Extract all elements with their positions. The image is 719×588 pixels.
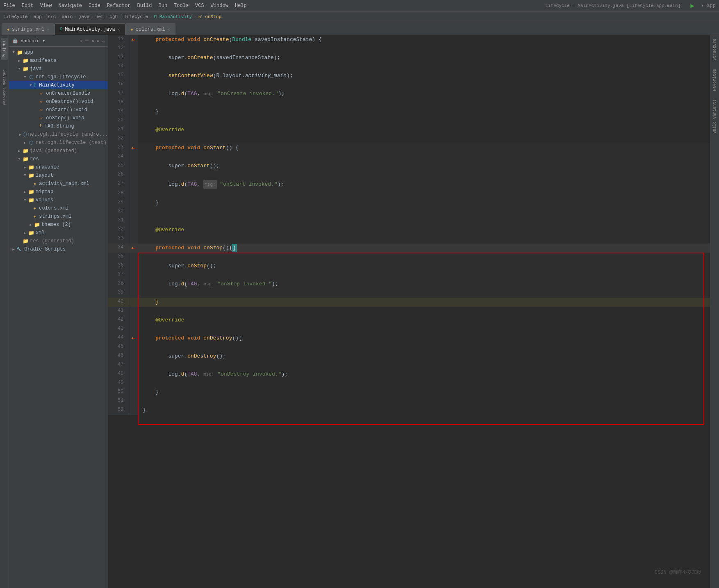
- code-row-19: 19 }: [108, 107, 710, 116]
- tree-item-strings[interactable]: ◈ strings.xml: [9, 212, 108, 221]
- line-number: 14: [108, 62, 129, 71]
- tree-item-colors[interactable]: ◈ colors.xml: [9, 204, 108, 212]
- line-number: 11: [108, 35, 129, 44]
- tree-item-activity-main[interactable]: ◈ activity_main.xml: [9, 180, 108, 188]
- tree-item-oncreate[interactable]: ㎡ onCreate(Bundle: [9, 89, 108, 98]
- tree-item-values[interactable]: ▼ 📁 values: [9, 196, 108, 204]
- tree-label: net.cgh.lifecycle (test): [36, 140, 107, 146]
- tree-item-android-test[interactable]: ▶ ⬡ net.cgh.lifecycle (andro...: [9, 130, 108, 139]
- code-row-41: 41: [108, 307, 710, 316]
- gutter: [129, 406, 138, 415]
- code-table: 11 ▲● protected void onCreate ( Bundle: [108, 35, 710, 415]
- tab-strings-xml[interactable]: ◈ strings.xml ✕: [2, 23, 55, 35]
- bc-cgh[interactable]: cgh: [109, 14, 118, 19]
- watermark: CSDN @咖啡不要加糖: [655, 569, 702, 576]
- tree-item-mipmap[interactable]: ▶ 📁 mipmap: [9, 188, 108, 196]
- tree-item-drawable[interactable]: ▶ 📁 drawable: [9, 163, 108, 171]
- bc-main[interactable]: main: [62, 14, 73, 19]
- no-arrow: [34, 91, 39, 96]
- menu-file[interactable]: File: [3, 3, 15, 9]
- gear-icon[interactable]: ⚙: [97, 38, 100, 43]
- menu-navigate[interactable]: Navigate: [58, 3, 82, 9]
- gutter: [129, 289, 138, 298]
- line-number: 47: [108, 361, 129, 370]
- tree-item-layout[interactable]: ▼ 📁 layout: [9, 171, 108, 180]
- tab-mainactivity-java[interactable]: © MainActivity.java ✕: [55, 23, 125, 35]
- line-number: 42: [108, 316, 129, 325]
- bc-java[interactable]: java: [79, 14, 89, 19]
- bc-lifecycle2[interactable]: lifecycle: [124, 14, 148, 19]
- structure-tab[interactable]: Structure: [712, 39, 717, 61]
- menu-edit[interactable]: Edit: [22, 3, 34, 9]
- build-variants-tab[interactable]: Build Variants: [712, 99, 717, 134]
- menu-run[interactable]: Run: [158, 3, 167, 9]
- menu-tools[interactable]: Tools: [174, 3, 189, 9]
- tree-item-tag[interactable]: f TAG:String: [9, 122, 108, 130]
- line-number: 41: [108, 307, 129, 316]
- gutter: [129, 325, 138, 334]
- expand-arrow: ▼: [22, 198, 28, 202]
- tree-item-manifests[interactable]: ▶ 📁 manifests: [9, 57, 108, 65]
- close-icon[interactable]: ✕: [168, 27, 170, 32]
- tree-label: app: [24, 50, 33, 55]
- tree-item-app[interactable]: ▼ 📁 app: [9, 48, 108, 57]
- no-arrow: [34, 124, 39, 128]
- bc-app[interactable]: app: [34, 14, 42, 19]
- tab-label: colors.xml: [136, 27, 165, 32]
- tree-item-package[interactable]: ▼ ⬡ net.cgh.lifecycle: [9, 73, 108, 81]
- project-tab[interactable]: Project: [1, 38, 8, 60]
- code-row-31: 31: [108, 217, 710, 226]
- code-container[interactable]: 11 ▲● protected void onCreate ( Bundle: [108, 35, 710, 588]
- globe-icon[interactable]: ⊕: [80, 38, 83, 43]
- code-row-42: 42 @Override: [108, 316, 710, 325]
- tree-item-res-generated[interactable]: 📁 res (generated): [9, 237, 108, 245]
- run-icon[interactable]: ▶: [690, 2, 694, 10]
- bc-net[interactable]: net: [96, 14, 104, 19]
- tree-item-onstop[interactable]: ㎡ onStop():void: [9, 114, 108, 122]
- tree-item-mainactivity[interactable]: ▼ © MainActivity: [9, 81, 108, 89]
- no-arrow: [16, 239, 22, 243]
- menu-help[interactable]: Help: [235, 3, 247, 9]
- app-button[interactable]: ▾ app: [701, 2, 716, 9]
- close-icon[interactable]: ✕: [118, 27, 120, 32]
- tree-item-gradle[interactable]: ▶ 🔧 Gradle Scripts: [9, 245, 108, 253]
- no-arrow: [34, 108, 39, 112]
- list-icon[interactable]: ☰: [85, 38, 89, 43]
- menu-view[interactable]: View: [40, 3, 52, 9]
- package-icon: ⬡: [28, 74, 34, 80]
- code-content: super.onStart();: [138, 162, 710, 171]
- tree-item-test[interactable]: ▶ ⬡ net.cgh.lifecycle (test): [9, 139, 108, 147]
- tab-colors-xml[interactable]: ◈ colors.xml ✕: [125, 23, 175, 35]
- favorites-tab[interactable]: Favorites: [712, 69, 717, 91]
- bc-src[interactable]: src: [48, 14, 56, 19]
- tree-item-onstart[interactable]: ㎡ onStart():void: [9, 106, 108, 114]
- menu-refactor[interactable]: Refactor: [107, 3, 131, 9]
- menu-build[interactable]: Build: [137, 3, 152, 9]
- menu-code[interactable]: Code: [89, 3, 100, 9]
- no-arrow: [34, 100, 39, 104]
- tree-label: java: [30, 66, 42, 72]
- line-number: 21: [108, 125, 129, 134]
- tree-item-ondestroy[interactable]: ㎡ onDestroy():void: [9, 98, 108, 106]
- tree-item-xml[interactable]: ▶ 📁 xml: [9, 229, 108, 237]
- android-dropdown[interactable]: 🤖 Android ▾: [12, 38, 45, 43]
- tree-item-res[interactable]: ▼ 📁 res: [9, 155, 108, 163]
- tree-item-java[interactable]: ▼ 📁 java: [9, 65, 108, 73]
- code-row-32: 32 @Override: [108, 226, 710, 235]
- code-row-43: 43: [108, 325, 710, 334]
- close-icon[interactable]: ✕: [47, 27, 49, 32]
- more-icon[interactable]: …: [102, 38, 105, 43]
- tree-item-themes[interactable]: ▶ 📁 themes (2): [9, 221, 108, 229]
- bc-onstop[interactable]: ㎡ onStop: [198, 14, 221, 20]
- gutter: [129, 189, 138, 198]
- sort-icon[interactable]: ⇅: [91, 38, 94, 43]
- bc-lifecycle[interactable]: LifeCycle: [3, 14, 27, 19]
- tree-item-java-generated[interactable]: ▶ 📁 java (generated): [9, 147, 108, 155]
- menu-vcs[interactable]: VCS: [195, 3, 204, 9]
- menu-window[interactable]: Window: [211, 3, 228, 9]
- code-content: Log.d(TAG, msg: "onStop invoked.");: [138, 280, 710, 289]
- bc-mainactivity[interactable]: © MainActivity: [154, 14, 192, 19]
- resource-manager-tab[interactable]: Resource Manager: [2, 68, 7, 107]
- expand-arrow: ▼: [22, 173, 28, 178]
- gutter: [129, 171, 138, 180]
